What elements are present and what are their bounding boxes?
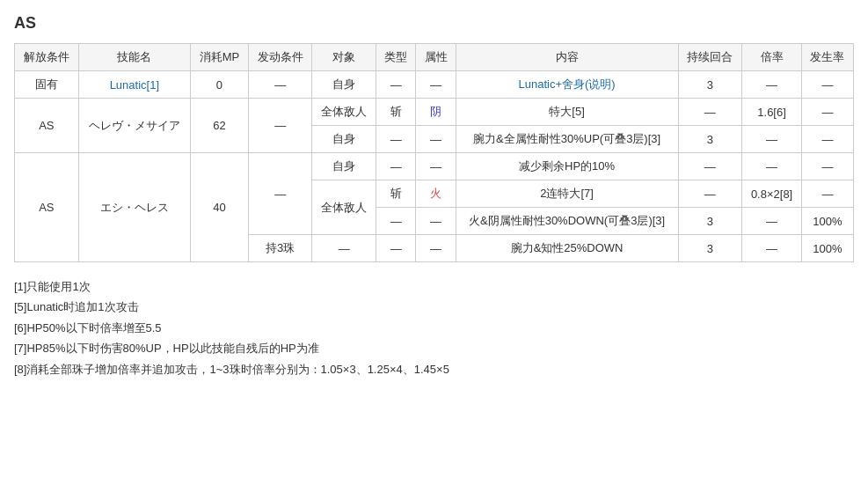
cell-attribute: — <box>416 235 456 262</box>
cell-content: Lunatic+舍身(说明) <box>456 71 678 99</box>
note-8: [8]消耗全部珠子增加倍率并追加攻击，1~3珠时倍率分别为：1.05×3、1.2… <box>14 359 854 379</box>
cell-duration: — <box>678 180 742 208</box>
note-6: [6]HP50%以下时倍率增至5.5 <box>14 318 854 338</box>
cell-attribute: — <box>416 126 456 153</box>
cell-condition: — <box>248 71 312 99</box>
cell-occurrence: — <box>801 99 853 126</box>
skill-link[interactable]: Lunatic[1] <box>110 78 159 92</box>
col-header-attribute: 属性 <box>416 44 456 71</box>
cell-content: 腕力&知性25%DOWN <box>456 235 678 262</box>
cell-occurrence: — <box>801 126 853 153</box>
col-header-mp: 消耗MP <box>191 44 249 71</box>
note-7: [7]HP85%以下时伤害80%UP，HP以此技能自残后的HP为准 <box>14 338 854 358</box>
cell-rate: — <box>742 153 802 180</box>
note-1: [1]只能使用1次 <box>14 276 854 297</box>
cell-duration: 3 <box>678 235 742 262</box>
cell-target: 自身 <box>312 153 376 180</box>
cell-occurrence: 100% <box>801 208 853 235</box>
cell-occurrence: — <box>801 71 853 99</box>
cell-release: AS <box>15 153 79 262</box>
notes-section: [1]只能使用1次 [5]Lunatic时追加1次攻击 [6]HP50%以下时倍… <box>14 276 854 379</box>
col-header-occurrence: 发生率 <box>801 44 853 71</box>
cell-type: — <box>376 235 416 262</box>
col-header-target: 对象 <box>312 44 376 71</box>
cell-mp: 40 <box>191 153 249 262</box>
cell-rate: 0.8×2[8] <box>742 180 802 208</box>
cell-content: 腕力&全属性耐性30%UP(可叠3层)[3] <box>456 126 678 153</box>
col-header-type: 类型 <box>376 44 416 71</box>
cell-type: — <box>376 208 416 235</box>
skills-table: 解放条件 技能名 消耗MP 发动条件 对象 类型 属性 内容 持续回合 倍率 发… <box>14 43 854 262</box>
cell-skillname: ヘレヴ・メサイア <box>78 99 190 153</box>
cell-duration: 3 <box>678 126 742 153</box>
note-5: [5]Lunatic时追加1次攻击 <box>14 297 854 317</box>
cell-condition: — <box>248 153 312 235</box>
table-row: AS ヘレヴ・メサイア 62 — 全体敌人 斩 阴 特大[5] — 1.6[6]… <box>15 99 854 126</box>
cell-release: 固有 <box>15 71 79 99</box>
cell-attribute: — <box>416 153 456 180</box>
cell-target: 自身 <box>312 71 376 99</box>
cell-attribute: — <box>416 71 456 99</box>
cell-occurrence: — <box>801 180 853 208</box>
cell-duration: — <box>678 99 742 126</box>
cell-occurrence: 100% <box>801 235 853 262</box>
cell-rate: — <box>742 71 802 99</box>
cell-skillname: Lunatic[1] <box>78 71 190 99</box>
cell-duration: 3 <box>678 208 742 235</box>
col-header-content: 内容 <box>456 44 678 71</box>
cell-type: — <box>376 71 416 99</box>
cell-attribute: — <box>416 208 456 235</box>
col-header-rate: 倍率 <box>742 44 802 71</box>
page-title: AS <box>14 14 854 33</box>
table-row: 固有 Lunatic[1] 0 — 自身 — — Lunatic+舍身(说明) … <box>15 71 854 99</box>
cell-target: 自身 <box>312 126 376 153</box>
cell-mp: 62 <box>191 99 249 153</box>
cell-type: — <box>376 126 416 153</box>
cell-target: 全体敌人 <box>312 99 376 126</box>
cell-type: 斩 <box>376 180 416 208</box>
cell-content: 火&阴属性耐性30%DOWN(可叠3层)[3] <box>456 208 678 235</box>
cell-mp: 0 <box>191 71 249 99</box>
cell-rate: — <box>742 126 802 153</box>
cell-target: 全体敌人 <box>312 180 376 235</box>
cell-rate: — <box>742 208 802 235</box>
col-header-skillname: 技能名 <box>78 44 190 71</box>
table-row: AS エシ・ヘレス 40 — 自身 — — 减少剩余HP的10% — — — <box>15 153 854 180</box>
cell-occurrence: — <box>801 153 853 180</box>
cell-content: 特大[5] <box>456 99 678 126</box>
col-header-release: 解放条件 <box>15 44 79 71</box>
cell-target: — <box>312 235 376 262</box>
cell-rate: 1.6[6] <box>742 99 802 126</box>
cell-condition: — <box>248 99 312 153</box>
cell-rate: — <box>742 235 802 262</box>
cell-type: — <box>376 153 416 180</box>
cell-content: 减少剩余HP的10% <box>456 153 678 180</box>
cell-duration: — <box>678 153 742 180</box>
cell-skillname: エシ・ヘレス <box>78 153 190 262</box>
cell-duration: 3 <box>678 71 742 99</box>
cell-attribute: 火 <box>416 180 456 208</box>
cell-type: 斩 <box>376 99 416 126</box>
col-header-condition: 发动条件 <box>248 44 312 71</box>
cell-release: AS <box>15 99 79 153</box>
cell-content: 2连特大[7] <box>456 180 678 208</box>
cell-condition: 持3珠 <box>248 235 312 262</box>
content-link[interactable]: Lunatic+舍身(说明) <box>519 77 616 91</box>
col-header-duration: 持续回合 <box>678 44 742 71</box>
cell-attribute: 阴 <box>416 99 456 126</box>
